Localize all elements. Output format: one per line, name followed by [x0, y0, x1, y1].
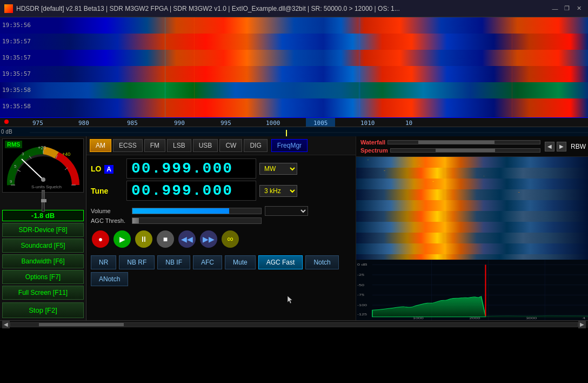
tune-frequency[interactable]: 00.999.000	[126, 181, 256, 201]
pause-btn[interactable]: ⏸	[135, 230, 152, 248]
scroll-left-btn[interactable]: ◀	[2, 321, 10, 328]
svg-point-48	[41, 177, 45, 182]
loop-btn[interactable]: ∞	[222, 230, 239, 248]
svg-text:19:35:57: 19:35:57	[2, 70, 31, 77]
options-btn[interactable]: Options [F7]	[2, 270, 84, 284]
svg-text:1000: 1000	[266, 120, 280, 127]
svg-rect-63	[419, 165, 419, 166]
tune-row: Tune 00.999.000 3 kHz 1 kHz 5 kHz 9 kHz	[91, 181, 351, 201]
nav-next-btn[interactable]: ▶	[557, 142, 566, 151]
scroll-right-btn[interactable]: ▶	[578, 321, 586, 328]
db-reading-display: -1.8 dB	[2, 210, 84, 221]
freq-display: LO A 00.999.000 MW LW SW HF Tune 00.999.…	[86, 155, 356, 204]
scroll-thumb[interactable]	[39, 323, 124, 326]
svg-rect-54	[356, 189, 588, 200]
volume-fill	[132, 208, 229, 214]
sp-slider-row: Spectrum	[360, 147, 540, 154]
svg-rect-52	[356, 168, 588, 179]
svg-rect-8	[194, 17, 195, 117]
svg-text:3: 3	[22, 151, 24, 156]
notch-btn[interactable]: Notch	[305, 255, 338, 269]
svg-text:1010: 1010	[360, 120, 375, 127]
volume-select[interactable]	[265, 206, 308, 216]
svg-text:-100: -100	[357, 303, 367, 307]
lo-frequency[interactable]: 00.999.000	[126, 159, 256, 179]
svg-rect-9	[359, 17, 360, 117]
tune-label: Tune	[91, 187, 123, 195]
waterfall-canvas: 19:35:56 19:35:57 19:35:57 19:35:57 19:3…	[0, 17, 588, 117]
lo-channel: A	[104, 165, 113, 174]
tune-step-select[interactable]: 3 kHz 1 kHz 5 kHz 9 kHz	[259, 185, 297, 197]
svg-text:980: 980	[78, 120, 89, 127]
mode-ecss-btn[interactable]: ECSS	[113, 139, 143, 152]
cursor-area	[86, 289, 356, 306]
mode-row: AM ECSS FM LSB USB CW DIG FreqMgr	[86, 136, 356, 155]
afc-btn[interactable]: AFC	[193, 255, 222, 269]
agc-slider[interactable]	[132, 217, 262, 224]
stop-btn[interactable]: Stop [F2]	[2, 302, 84, 318]
svg-text:975: 975	[32, 120, 43, 127]
svg-text:-125: -125	[357, 312, 367, 316]
vu-meter: RMS 9 5 3	[2, 138, 84, 193]
svg-rect-3	[0, 50, 588, 66]
scroll-track[interactable]	[10, 322, 578, 327]
svg-text:1005: 1005	[313, 120, 328, 127]
agc-fill	[132, 218, 139, 223]
svg-text:995: 995	[220, 120, 231, 127]
transport-row: ● ▶ ⏸ ■ ◀◀ ▶▶ ∞	[86, 226, 356, 252]
wf-slider[interactable]	[387, 140, 540, 144]
svg-rect-57	[356, 222, 588, 233]
sp-slider[interactable]	[390, 148, 540, 153]
fullscreen-btn[interactable]: Full Screen [F11]	[2, 286, 84, 300]
spectrum-label: Spectrum	[360, 147, 388, 154]
mode-cw-btn[interactable]: CW	[219, 139, 242, 152]
transport-stop-btn[interactable]: ■	[157, 230, 174, 248]
waterfall-label: Waterfall	[360, 139, 385, 146]
svg-rect-61	[368, 160, 368, 160]
volume-slider[interactable]	[132, 208, 262, 214]
svg-rect-7	[165, 17, 166, 117]
title-bar: HDSDR [default] v2.81 Beta13 | SDR M3GW2…	[0, 0, 588, 17]
nr-btn[interactable]: NR	[91, 255, 116, 269]
svg-rect-66	[518, 192, 519, 193]
nav-prev-btn[interactable]: ◀	[545, 142, 554, 151]
mode-dig-btn[interactable]: DIG	[244, 139, 267, 152]
bandwidth-btn[interactable]: Bandwidth [F6]	[2, 254, 84, 268]
record-btn[interactable]: ●	[92, 230, 109, 248]
center-panel: AM ECSS FM LSB USB CW DIG FreqMgr LO A 0…	[86, 136, 356, 320]
svg-text:-25: -25	[357, 273, 364, 277]
forward-btn[interactable]: ▶▶	[200, 230, 217, 248]
mode-fm-btn[interactable]: FM	[144, 139, 165, 152]
minimize-button[interactable]: —	[550, 4, 560, 14]
play-btn[interactable]: ▶	[113, 230, 131, 248]
svg-rect-64	[433, 181, 434, 182]
nbif-btn[interactable]: NB IF	[157, 255, 190, 269]
soundcard-btn[interactable]: Soundcard [F5]	[2, 239, 84, 253]
svg-text:19:35:57: 19:35:57	[2, 38, 31, 45]
vol-agc-area: Volume AGC Thresh.	[86, 204, 356, 226]
agcfast-btn[interactable]: AGC Fast	[258, 255, 303, 269]
svg-rect-56	[356, 211, 588, 222]
svg-rect-4	[0, 66, 588, 82]
mode-lsb-btn[interactable]: LSB	[167, 139, 191, 152]
svg-text:S-units: S-units	[31, 184, 45, 189]
mode-usb-btn[interactable]: USB	[193, 139, 218, 152]
right-sliders: Waterfall Spectrum	[358, 138, 543, 155]
maximize-button[interactable]: ❐	[562, 4, 572, 14]
nbrf-btn[interactable]: NB RF	[119, 255, 155, 269]
squelch-slider[interactable]	[42, 190, 45, 212]
lo-band-select[interactable]: MW LW SW HF	[259, 163, 297, 175]
anotch-btn[interactable]: ANotch	[91, 272, 128, 286]
agc-label: AGC Thresh.	[91, 217, 129, 224]
freq-axis-bar: 975 980 985 990 995 1000 1005 1010 10	[0, 117, 588, 127]
mute-btn[interactable]: Mute	[225, 255, 256, 269]
volume-label: Volume	[91, 208, 129, 214]
mode-am-btn[interactable]: AM	[90, 139, 111, 152]
freqmgr-btn[interactable]: FreqMgr	[271, 139, 308, 152]
close-button[interactable]: ✕	[574, 4, 584, 14]
sdr-device-btn[interactable]: SDR-Device [F8]	[2, 223, 84, 237]
lo-label: LO A	[91, 164, 123, 173]
svg-rect-51	[356, 157, 588, 168]
rewind-btn[interactable]: ◀◀	[178, 230, 196, 248]
right-toolbar: Waterfall Spectrum ◀ ▶ RBW	[356, 136, 588, 157]
